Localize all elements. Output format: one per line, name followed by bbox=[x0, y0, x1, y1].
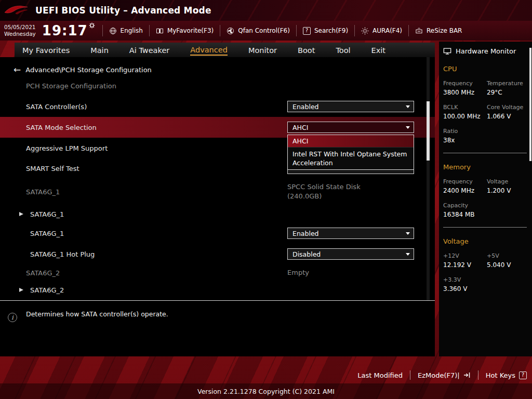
settings-panel: ← Advanced\PCH Storage Configuration PCH… bbox=[0, 57, 435, 300]
row-sata6g2-submenu[interactable]: SATA6G_2 bbox=[0, 281, 435, 299]
info-circle-icon: i bbox=[8, 313, 17, 322]
search-button[interactable]: ? Search(F9) bbox=[296, 25, 354, 36]
device-label: SATA6G_1 bbox=[26, 188, 60, 196]
sata-mode-select[interactable]: AHCI bbox=[287, 122, 414, 133]
setting-label: SATA Mode Selection bbox=[26, 124, 97, 131]
myfavorite-button[interactable]: MyFavorite(F3) bbox=[149, 25, 220, 36]
row-sata6g1-device: SATA6G_1 SPCC Solid State Disk (240.0GB) bbox=[0, 178, 435, 205]
sata-controllers-select[interactable]: Enabled bbox=[287, 101, 414, 112]
hw-label: BCLK bbox=[443, 104, 487, 111]
language-label: English bbox=[121, 27, 143, 34]
device-name: Empty bbox=[287, 268, 309, 277]
bios-screen: UEFI BIOS Utility – Advanced Mode 05/05/… bbox=[0, 0, 532, 399]
tab-my-favorites[interactable]: My Favorites bbox=[22, 45, 70, 55]
gear-icon[interactable] bbox=[89, 22, 95, 29]
aura-label: AURA(F4) bbox=[373, 27, 402, 34]
device-label: SATA6G_2 bbox=[26, 269, 60, 277]
sun-icon bbox=[361, 27, 369, 35]
date-display: 05/05/2021 Wednesday bbox=[4, 24, 36, 37]
tab-exit[interactable]: Exit bbox=[371, 45, 385, 55]
tab-main[interactable]: Main bbox=[90, 45, 109, 55]
hw-label: Frequency bbox=[443, 178, 487, 185]
ezmode-label: EzMode(F7)| bbox=[418, 371, 460, 379]
dropdown-option-ahci[interactable]: AHCI bbox=[288, 135, 414, 148]
sata6g1-hot-plug-select[interactable]: Disabled bbox=[287, 248, 414, 260]
tab-ai-tweaker[interactable]: Ai Tweaker bbox=[129, 45, 169, 55]
hotkeys-button[interactable]: Hot Keys ? bbox=[486, 371, 527, 379]
row-sata6g2-device: SATA6G_2 Empty bbox=[0, 264, 435, 281]
infobar: 05/05/2021 Wednesday 19:17 English MyFav… bbox=[0, 21, 532, 41]
setting-label: Aggressive LPM Support bbox=[26, 144, 108, 152]
weekday-value: Wednesday bbox=[4, 31, 36, 37]
divider bbox=[478, 370, 478, 380]
hardware-monitor-panel: Hardware Monitor CPU Frequency3800 MHz T… bbox=[439, 42, 532, 356]
row-sata6g1-submenu[interactable]: SATA6G_1 bbox=[0, 205, 435, 223]
rog-logo-icon bbox=[4, 4, 28, 17]
hw-section-memory: Memory Frequency2400 MHz Voltage1.200 V … bbox=[439, 163, 532, 226]
language-button[interactable]: English bbox=[102, 25, 149, 36]
setting-label: SATA Controller(s) bbox=[26, 103, 87, 111]
hw-label: Ratio bbox=[443, 128, 487, 135]
device-info: Empty bbox=[287, 268, 309, 277]
divider bbox=[443, 227, 527, 228]
dropdown-option-intel-rst[interactable]: Intel RST With Intel Optane System Accel… bbox=[288, 148, 414, 169]
submenu-arrow-icon bbox=[19, 287, 24, 292]
back-arrow-icon[interactable]: ← bbox=[14, 65, 21, 74]
scrollbar[interactable] bbox=[427, 57, 430, 300]
setting-label: SATA6G_1 bbox=[30, 230, 64, 237]
submenu-label: SATA6G_1 bbox=[30, 210, 64, 218]
hw-label: Voltage bbox=[487, 178, 527, 185]
resize-bar-icon bbox=[415, 28, 423, 34]
date-value: 05/05/2021 bbox=[4, 24, 36, 31]
hw-value: 38x bbox=[443, 137, 487, 144]
version-text: Version 2.21.1278 Copyright (C) 2021 AMI bbox=[197, 388, 335, 395]
row-sata6g1-hot-plug[interactable]: SATA6G_1 Hot Plug Disabled bbox=[0, 244, 435, 264]
book-icon bbox=[156, 28, 164, 34]
row-sata6g1-enable[interactable]: SATA6G_1 Enabled bbox=[0, 223, 435, 244]
myfavorite-label: MyFavorite(F3) bbox=[167, 27, 214, 34]
last-modified-button[interactable]: Last Modified bbox=[357, 371, 403, 379]
row-sata-controllers[interactable]: SATA Controller(s) Enabled bbox=[0, 96, 435, 117]
sata6g1-enable-select[interactable]: Enabled bbox=[287, 228, 414, 239]
tab-boot[interactable]: Boot bbox=[298, 45, 315, 55]
hw-section-title: Memory bbox=[443, 163, 527, 171]
select-value: Disabled bbox=[292, 250, 321, 258]
scrollbar-thumb[interactable] bbox=[427, 101, 430, 161]
qfan-control-button[interactable]: Qfan Control(F6) bbox=[220, 25, 296, 36]
setting-label: SMART Self Test bbox=[26, 165, 79, 172]
hw-label: +12V bbox=[443, 252, 487, 259]
monitor-icon bbox=[443, 47, 451, 55]
chevron-down-icon bbox=[406, 126, 410, 129]
time-value: 19:17 bbox=[42, 23, 88, 38]
settings-rows: SATA Controller(s) Enabled SATA Mode Sel… bbox=[0, 96, 435, 299]
tab-tool[interactable]: Tool bbox=[336, 45, 350, 55]
sata-mode-dropdown-popup: AHCI Intel RST With Intel Optane System … bbox=[287, 135, 414, 170]
search-icon: ? bbox=[303, 27, 311, 35]
titlebar: UEFI BIOS Utility – Advanced Mode bbox=[0, 0, 532, 21]
hw-section-cpu: CPU Frequency3800 MHz Temperature29°C BC… bbox=[439, 65, 532, 152]
device-info: SPCC Solid State Disk (240.0GB) bbox=[287, 182, 361, 201]
search-label: Search(F9) bbox=[314, 27, 348, 34]
question-icon: ? bbox=[519, 371, 527, 379]
tab-monitor[interactable]: Monitor bbox=[248, 45, 277, 55]
resize-bar-button[interactable]: ReSize BAR bbox=[408, 25, 468, 36]
tab-advanced[interactable]: Advanced bbox=[190, 45, 228, 56]
chevron-down-icon bbox=[406, 232, 410, 235]
hw-label: +3.3V bbox=[443, 276, 487, 283]
chevron-down-icon bbox=[406, 253, 410, 256]
hw-value: 3800 MHz bbox=[443, 89, 487, 96]
time-display: 19:17 bbox=[42, 23, 102, 38]
aura-button[interactable]: AURA(F4) bbox=[354, 25, 408, 36]
breadcrumb-row: ← Advanced\PCH Storage Configuration bbox=[0, 57, 435, 74]
hw-value: 16384 MB bbox=[443, 211, 487, 218]
divider bbox=[443, 153, 527, 153]
sidebar-scrollbar-thumb[interactable] bbox=[529, 48, 531, 161]
footer-actions: Last Modified EzMode(F7)| Hot Keys ? bbox=[357, 367, 527, 383]
ezmode-button[interactable]: EzMode(F7)| bbox=[418, 371, 471, 379]
device-capacity: (240.0GB) bbox=[287, 192, 361, 201]
hw-value: 3.360 V bbox=[443, 285, 487, 292]
version-bar: Version 2.21.1278 Copyright (C) 2021 AMI bbox=[0, 383, 532, 399]
hw-label: Frequency bbox=[443, 80, 487, 87]
breadcrumb: Advanced\PCH Storage Configuration bbox=[25, 66, 152, 74]
app-title: UEFI BIOS Utility – Advanced Mode bbox=[35, 5, 211, 16]
